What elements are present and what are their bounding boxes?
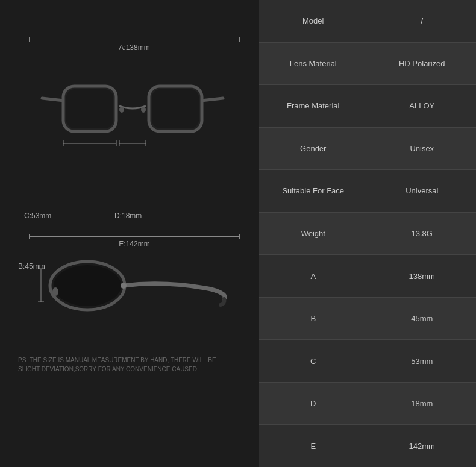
side-view-diagram: E:142mm (18, 229, 247, 349)
spec-row: A138mm (259, 255, 476, 298)
sunglasses-side-view (18, 251, 247, 329)
spec-row: E142mm (259, 425, 476, 467)
dim-d-label: D:18mm (114, 212, 142, 220)
spec-value: Unisex (368, 128, 477, 170)
dim-c-label: C:53mm (24, 212, 51, 220)
spec-row: D18mm (259, 383, 476, 425)
spec-row: GenderUnisex (259, 128, 476, 171)
spec-label: B (259, 298, 368, 340)
dim-b-label: B:45mm (18, 262, 45, 271)
spec-label: Model (259, 0, 368, 42)
diagram-panel: A:138mm (0, 0, 259, 467)
spec-value: 13.8G (368, 213, 477, 255)
svg-point-6 (119, 107, 124, 113)
spec-value: / (368, 0, 477, 42)
svg-point-20 (52, 287, 58, 296)
specs-table: Model/Lens MaterialHD PolarizedFrame Mat… (259, 0, 476, 467)
spec-value: Universal (368, 170, 477, 212)
spec-label: Suitable For Face (259, 170, 368, 212)
svg-rect-5 (152, 89, 199, 128)
spec-label: A (259, 255, 368, 297)
svg-point-19 (121, 283, 127, 289)
svg-rect-4 (66, 89, 113, 128)
dim-e-row: E:142mm (29, 234, 240, 248)
spec-label: Frame Material (259, 85, 368, 127)
spec-row: B45mm (259, 298, 476, 340)
spec-row: Model/ (259, 0, 476, 43)
spec-value: 142mm (368, 425, 477, 467)
svg-point-18 (54, 265, 121, 306)
spec-label: Weight (259, 213, 368, 255)
product-spec-page: A:138mm (0, 0, 476, 467)
sunglasses-front-view (18, 53, 247, 161)
spec-value: 45mm (368, 298, 477, 340)
spec-row: Lens MaterialHD Polarized (259, 43, 476, 86)
spec-row: Suitable For FaceUniversal (259, 170, 476, 213)
spec-value: ALLOY (368, 85, 477, 127)
spec-row: Weight13.8G (259, 213, 476, 255)
ps-note: PS: THE SIZE IS MANUAL MEASUREMENT BY HA… (18, 356, 235, 374)
spec-value: 138mm (368, 255, 477, 297)
spec-label: Lens Material (259, 43, 368, 85)
spec-label: D (259, 383, 368, 425)
spec-label: C (259, 340, 368, 382)
spec-label: E (259, 425, 368, 467)
dim-a-label: A:138mm (29, 43, 240, 52)
spec-label: Gender (259, 128, 368, 170)
spec-value: 18mm (368, 383, 477, 425)
spec-value: 53mm (368, 340, 477, 382)
spec-row: Frame MaterialALLOY (259, 85, 476, 128)
svg-point-7 (141, 107, 146, 113)
dim-a-row: A:138mm (29, 37, 240, 52)
dim-e-label: E:142mm (29, 240, 240, 248)
front-view-diagram: A:138mm (18, 30, 247, 223)
spec-value: HD Polarized (368, 43, 477, 85)
spec-row: C53mm (259, 340, 476, 383)
